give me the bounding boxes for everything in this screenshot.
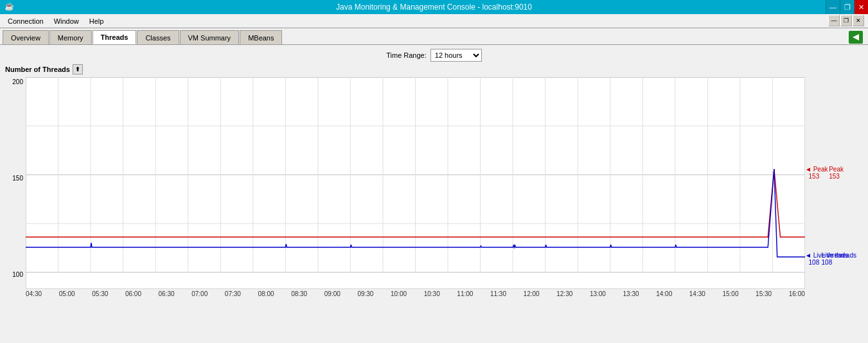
menu-window[interactable]: Window (49, 16, 84, 26)
collapse-button[interactable]: ⬆ (73, 64, 83, 75)
x-label-0: 04:30 (26, 290, 42, 297)
x-label-18: 13:30 (623, 290, 639, 297)
close-button[interactable]: ✕ (854, 0, 868, 14)
time-range-bar: Time Range: 1 minute 5 minutes 10 minute… (0, 45, 868, 64)
chart-section: Number of Threads ⬆ 200 150 100 (0, 64, 868, 297)
menu-bar: Connection Window Help — ❐ ✕ (0, 14, 868, 28)
x-label-23: 16:00 (789, 290, 805, 297)
window-controls: — ❐ ✕ (826, 0, 868, 14)
tabs-bar: Overview Memory Threads Classes VM Summa… (0, 28, 868, 45)
x-label-17: 13:00 (590, 290, 606, 297)
x-label-1: 05:00 (59, 290, 75, 297)
tab-mbeans[interactable]: MBeans (240, 30, 282, 44)
chart-area: Peak 153 Live threads 108 (26, 77, 805, 289)
minimize-button[interactable]: — (826, 0, 840, 14)
x-label-12: 10:30 (424, 290, 440, 297)
tab-classes[interactable]: Classes (137, 30, 179, 44)
tab-threads[interactable]: Threads (93, 30, 137, 44)
chart-svg (26, 77, 805, 289)
x-label-8: 08:30 (291, 290, 307, 297)
title-bar: ☕ Java Monitoring & Management Console -… (0, 0, 868, 14)
x-label-15: 12:00 (524, 290, 540, 297)
window-title: Java Monitoring & Management Console - l… (336, 3, 532, 12)
x-label-20: 14:30 (689, 290, 705, 297)
x-label-16: 12:30 (556, 290, 572, 297)
menubar-close[interactable]: ✕ (853, 15, 864, 26)
time-range-select[interactable]: 1 minute 5 minutes 10 minutes 30 minutes… (430, 49, 482, 62)
menubar-minimize[interactable]: — (828, 15, 840, 26)
app-icon: ☕ (4, 2, 14, 12)
y-label-150: 150 (12, 175, 23, 182)
x-label-11: 10:00 (391, 290, 407, 297)
tab-memory[interactable]: Memory (49, 30, 92, 44)
x-label-5: 07:00 (191, 290, 208, 297)
y-axis: 200 150 100 (5, 77, 26, 289)
x-label-13: 11:00 (457, 290, 473, 297)
menubar-win-controls: — ❐ ✕ (828, 15, 864, 26)
main-content: Time Range: 1 minute 5 minutes 10 minute… (0, 45, 868, 343)
x-label-19: 14:00 (656, 290, 672, 297)
menu-help[interactable]: Help (84, 16, 109, 26)
chart-title: Number of Threads (5, 66, 70, 73)
chart-header: Number of Threads ⬆ (5, 64, 863, 75)
x-label-7: 08:00 (258, 290, 274, 297)
peak-label-right: ◄ Peak 153 (805, 166, 828, 180)
tab-vm-summary[interactable]: VM Summary (180, 30, 240, 44)
x-label-2: 05:30 (92, 290, 108, 297)
x-label-21: 15:00 (722, 290, 738, 297)
live-label-right: ◄ Live threads 108 (805, 252, 848, 266)
restore-button[interactable]: ❐ (840, 0, 854, 14)
x-label-14: 11:30 (490, 290, 506, 297)
y-label-100: 100 (12, 271, 23, 278)
x-label-22: 15:30 (756, 290, 772, 297)
x-axis: 04:30 05:00 05:30 06:00 06:30 07:00 07:3… (26, 289, 805, 297)
tab-overview[interactable]: Overview (3, 30, 49, 44)
connect-icon[interactable] (849, 31, 863, 44)
x-label-6: 07:30 (225, 290, 241, 297)
x-label-3: 06:00 (125, 290, 141, 297)
menu-connection[interactable]: Connection (3, 16, 49, 26)
time-range-label: Time Range: (386, 51, 427, 59)
menubar-restore[interactable]: ❐ (840, 15, 852, 26)
x-label-10: 09:30 (357, 290, 373, 297)
svg-marker-0 (853, 34, 859, 40)
chart-wrapper: 200 150 100 (5, 77, 863, 289)
chart-right-margin: ◄ Peak 153 ◄ Live threads 108 (805, 77, 863, 289)
x-label-4: 06:30 (159, 290, 175, 297)
y-label-200: 200 (12, 78, 23, 85)
x-label-9: 09:00 (324, 290, 341, 297)
